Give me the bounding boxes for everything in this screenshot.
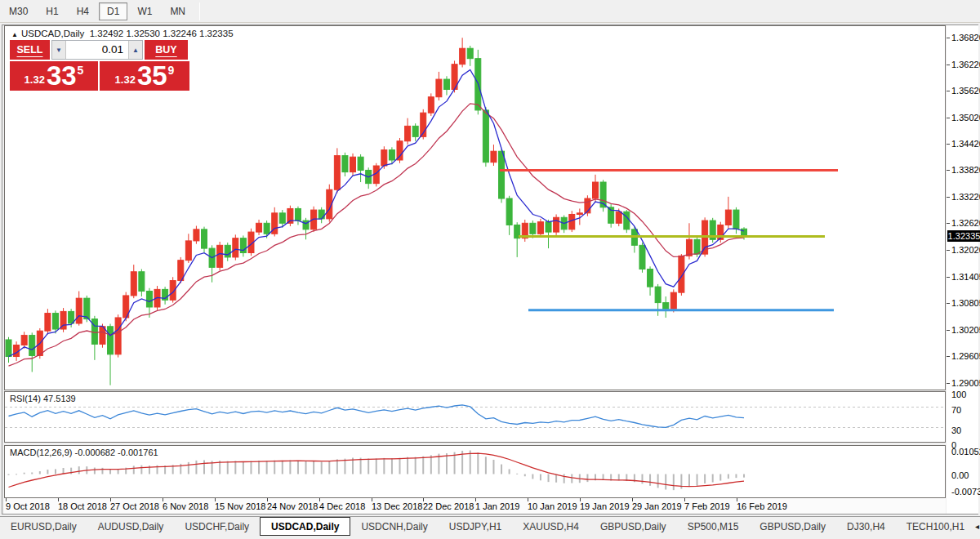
tab-usdjpy-h1[interactable]: USDJPY,H1 xyxy=(439,517,512,536)
candle xyxy=(217,242,223,270)
time-tick-label: 6 Nov 2018 xyxy=(163,501,208,511)
candle-body xyxy=(663,303,669,310)
timeframe-button-mn[interactable]: MN xyxy=(162,2,194,20)
tab-xauusd-h4[interactable]: XAUUSD,H4 xyxy=(512,517,590,536)
status-strip xyxy=(0,536,980,539)
volume-decrease-button[interactable]: ▼ xyxy=(52,41,66,59)
chart-symbol-label: USDCAD,Daily xyxy=(21,29,84,38)
tab-gbpusd-daily[interactable]: GBPUSD,Daily xyxy=(590,517,677,536)
macd-histogram-bar xyxy=(571,474,572,483)
macd-histogram-bar xyxy=(31,473,33,474)
candle xyxy=(483,107,488,167)
time-tick-label: 10 Jan 2019 xyxy=(528,501,577,511)
timeframe-button-w1[interactable]: W1 xyxy=(129,2,160,20)
sell-price-panel[interactable]: 1.32 33 5 xyxy=(10,61,98,91)
tab-eurusd-daily[interactable]: EURUSD,Daily xyxy=(0,517,87,536)
candle xyxy=(60,308,66,332)
candle xyxy=(366,167,372,189)
buy-button[interactable]: BUY xyxy=(145,40,188,60)
macd-histogram-bar xyxy=(94,468,96,474)
rsi-level-label: 100 xyxy=(951,390,966,399)
time-tick-label: 16 Feb 2019 xyxy=(737,501,787,511)
time-tick-label: 29 Jan 2019 xyxy=(632,501,682,511)
candle xyxy=(428,93,434,116)
candle xyxy=(522,220,528,242)
macd-histogram-bar xyxy=(305,461,307,474)
candle xyxy=(45,309,51,334)
macd-histogram-bar xyxy=(657,474,659,488)
candle-body xyxy=(115,318,121,354)
macd-level-label: 0.010525 xyxy=(951,447,980,457)
price-tick-label: 1.29605 xyxy=(951,351,980,361)
tab-usdcnh-daily[interactable]: USDCNH,Daily xyxy=(350,517,438,536)
candle-body xyxy=(334,156,340,190)
candle-body xyxy=(467,48,473,58)
price-tick-mark xyxy=(947,197,950,198)
macd-values: -0.000682 -0.001761 xyxy=(74,448,158,457)
rsi-indicator-pane[interactable]: RSI(14) 47.5139 xyxy=(4,391,946,443)
price-axis[interactable]: 1.368201.362201.356201.350201.344201.338… xyxy=(947,25,978,514)
timeframe-button-d1[interactable]: D1 xyxy=(99,2,127,20)
price-tick-label: 1.35020 xyxy=(951,113,980,122)
candle-body xyxy=(350,157,356,172)
candle xyxy=(287,206,293,226)
macd-histogram-bar xyxy=(321,462,323,474)
candle xyxy=(225,243,230,261)
macd-histogram-bar xyxy=(743,474,745,478)
candle-body xyxy=(648,270,653,287)
candle-body xyxy=(295,208,301,220)
macd-histogram-bar xyxy=(704,474,706,483)
tab-dj30-h4[interactable]: DJ30,H4 xyxy=(836,517,896,536)
candle xyxy=(240,235,246,256)
candle-body xyxy=(593,182,599,198)
buy-price-panel[interactable]: 1.32 35 9 xyxy=(100,61,189,91)
rsi-label: RSI(14) 47.5139 xyxy=(10,394,76,403)
macd-indicator-pane[interactable]: MACD(12,26,9) -0.000682 -0.001761 xyxy=(4,445,946,498)
tab-usdcad-daily[interactable]: USDCAD,Daily xyxy=(260,516,350,536)
candle xyxy=(679,254,684,296)
price-tick-mark xyxy=(947,91,950,91)
timeframe-button-h4[interactable]: H4 xyxy=(69,2,97,20)
sell-button[interactable]: SELL xyxy=(10,40,50,60)
price-tick-mark xyxy=(947,144,950,145)
price-tick-label: 1.30805 xyxy=(951,298,980,308)
candle xyxy=(202,227,207,252)
candle xyxy=(342,153,348,176)
candle xyxy=(561,216,567,234)
macd-histogram-bar xyxy=(586,474,588,483)
macd-histogram-bar xyxy=(55,469,56,474)
tab-tech100-h1[interactable]: TECH100,H1 xyxy=(896,517,975,536)
timeframe-button-m30[interactable]: M30 xyxy=(1,2,36,20)
tab-sp500-m15[interactable]: SP500,M15 xyxy=(677,517,750,536)
candle-body xyxy=(45,314,51,332)
macd-histogram-bar xyxy=(516,474,518,474)
rsi-chart[interactable] xyxy=(5,392,945,442)
macd-histogram-bar xyxy=(555,474,557,483)
candle-body xyxy=(405,126,411,140)
volume-increase-button[interactable]: ▲ xyxy=(128,41,142,59)
volume-input[interactable]: 0.01 xyxy=(66,41,128,59)
candle-body xyxy=(655,287,661,302)
toolbar-separator xyxy=(199,2,200,20)
candle-body xyxy=(554,217,559,232)
candle-body xyxy=(256,223,262,232)
candle-body xyxy=(460,48,466,64)
price-tick-mark xyxy=(947,277,950,278)
buy-price-pip: 9 xyxy=(168,64,175,77)
price-tick-mark xyxy=(947,170,950,171)
time-tick-label: 27 Oct 2018 xyxy=(110,501,159,511)
tab-audusd-daily[interactable]: AUDUSD,Daily xyxy=(87,517,175,536)
time-axis[interactable]: 9 Oct 201818 Oct 201827 Oct 20186 Nov 20… xyxy=(4,498,946,514)
tab-gbpusd-daily[interactable]: GBPUSD,Daily xyxy=(749,517,836,536)
macd-histogram-bar xyxy=(391,458,393,474)
tab-scroll-left-icon[interactable]: ◂ xyxy=(975,522,979,531)
price-tick-label: 1.32020 xyxy=(951,245,980,255)
tab-usdchf-daily[interactable]: USDCHF,Daily xyxy=(174,517,260,536)
macd-histogram-bar xyxy=(250,461,252,474)
main-chart-pane[interactable]: ▲USDCAD,Daily 1.32492 1.32530 1.32246 1.… xyxy=(4,25,946,390)
ohlc-open: 1.32492 xyxy=(90,29,124,38)
timeframe-button-h1[interactable]: H1 xyxy=(38,2,66,20)
time-tick-label: 7 Feb 2019 xyxy=(684,501,730,511)
ohlc-low: 1.32246 xyxy=(163,29,197,38)
candle-body xyxy=(506,198,512,225)
